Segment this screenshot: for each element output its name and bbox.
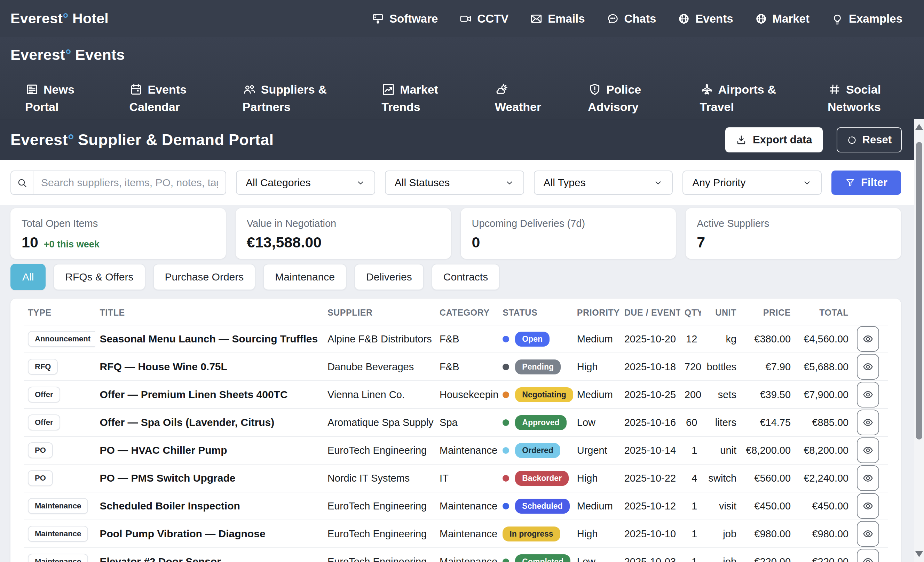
row-category: Housekeeping: [435, 381, 498, 409]
eye-icon: [862, 389, 874, 400]
nav-item-emails[interactable]: Emails: [530, 12, 585, 25]
status-badge: Negotiating: [515, 387, 573, 402]
events-nav-item-market-trends[interactable]: Market Trends: [381, 81, 447, 115]
nav-item-cctv[interactable]: CCTV: [459, 12, 508, 25]
table-row: Announcement Seasonal Menu Launch — Sour…: [24, 325, 888, 353]
people-icon: [243, 82, 256, 96]
row-title: PO — HVAC Chiller Pump: [99, 444, 227, 456]
view-row-button[interactable]: [857, 382, 879, 408]
row-title: Pool Pump Vibration — Diagnose: [99, 528, 265, 540]
row-unit: job: [701, 548, 741, 562]
view-row-button[interactable]: [857, 409, 879, 435]
row-total: €2,240.00: [795, 464, 853, 492]
tab-maintenance[interactable]: Maintenance: [263, 264, 346, 290]
table-row: Maintenance Elevator #2 Door Sensor Euro…: [24, 548, 888, 562]
row-qty: 60: [680, 409, 701, 436]
reset-label: Reset: [862, 133, 892, 146]
status-select[interactable]: All Statuses: [385, 171, 524, 195]
tab-rfqs-offers[interactable]: RFQs & Offers: [53, 264, 145, 290]
column-header-supplier: SUPPLIER: [323, 298, 435, 325]
row-title: Scheduled Boiler Inspection: [99, 500, 240, 511]
events-nav-item-police-advisory[interactable]: Police Advisory: [588, 81, 652, 115]
stat-value: €13,588.00: [247, 234, 322, 251]
events-header: Everest°Events News PortalEvents Calenda…: [0, 37, 924, 119]
row-supplier: Nordic IT Systems: [323, 464, 435, 492]
status-dot: [502, 419, 509, 426]
tab-purchase-orders[interactable]: Purchase Orders: [153, 264, 256, 290]
row-unit: bottles: [701, 353, 741, 381]
column-header-qty: QTY: [680, 298, 701, 325]
view-row-button[interactable]: [857, 521, 879, 547]
search-input[interactable]: [33, 171, 225, 194]
events-nav-item-events-calendar[interactable]: Events Calendar: [129, 81, 195, 115]
chevron-down-icon: [356, 178, 365, 187]
stats-cards: Total Open Items 10+0 this weekValue in …: [0, 205, 924, 259]
reset-button[interactable]: Reset: [837, 127, 902, 153]
nav-item-label: Events: [695, 12, 733, 25]
table-row: Offer Offer — Spa Oils (Lavender, Citrus…: [24, 409, 888, 436]
row-priority: Medium: [573, 325, 620, 353]
nav-item-software[interactable]: Software: [372, 12, 438, 25]
degree-mark: °: [63, 10, 69, 27]
priority-select[interactable]: Any Priority: [682, 171, 822, 195]
events-nav-item-news-portal[interactable]: News Portal: [25, 81, 81, 115]
scroll-thumb[interactable]: [916, 142, 922, 439]
type-badge: Announcement: [28, 331, 95, 347]
type-select[interactable]: All Types: [534, 171, 673, 195]
row-price: €560.00: [741, 464, 795, 492]
table-header-row: TYPETITLESUPPLIERCATEGORYSTATUSPRIORITYD…: [24, 298, 888, 325]
events-nav-item-airports-travel[interactable]: Airports & Travel: [700, 81, 780, 115]
scrollbar[interactable]: [914, 119, 924, 562]
tab-deliveries[interactable]: Deliveries: [354, 264, 424, 290]
category-select[interactable]: All Categories: [236, 171, 375, 195]
export-data-button[interactable]: Export data: [725, 127, 823, 153]
tab-contracts[interactable]: Contracts: [432, 264, 500, 290]
row-total: €7,900.00: [795, 381, 853, 409]
row-due: 2025-10-25: [620, 381, 680, 409]
view-row-button[interactable]: [857, 354, 879, 380]
stat-label: Total Open Items: [22, 218, 215, 229]
nav-item-examples[interactable]: Examples: [831, 12, 902, 25]
filter-label: Filter: [861, 177, 888, 189]
emails-icon: [530, 12, 543, 25]
events-nav-item-suppliers-partners[interactable]: Suppliers & Partners: [243, 81, 334, 115]
row-priority: Low: [573, 409, 620, 436]
nav-item-label: Examples: [849, 12, 902, 25]
view-row-button[interactable]: [857, 326, 879, 352]
download-icon: [736, 134, 747, 145]
table-row: Maintenance Pool Pump Vibration — Diagno…: [24, 520, 888, 548]
type-badge: RFQ: [28, 359, 58, 375]
row-total: €450.00: [795, 492, 853, 520]
nav-item-chats[interactable]: Chats: [607, 12, 656, 25]
status-badge: Open: [515, 332, 549, 346]
row-category: Maintenance: [435, 548, 498, 562]
view-row-button[interactable]: [857, 493, 879, 519]
row-price: €7.90: [741, 353, 795, 381]
status-badge: Ordered: [515, 443, 560, 458]
column-header-category: CATEGORY: [435, 298, 498, 325]
nav-item-events[interactable]: Events: [678, 12, 733, 25]
scroll-up-arrow[interactable]: [915, 124, 923, 130]
view-row-button[interactable]: [857, 549, 879, 562]
row-unit: job: [701, 520, 741, 548]
row-unit: switch: [701, 464, 741, 492]
row-title: Offer — Premium Linen Sheets 400TC: [99, 389, 288, 400]
brand-name: Everest: [10, 46, 65, 63]
weather-icon: [495, 82, 509, 96]
filter-button[interactable]: Filter: [831, 171, 901, 195]
tab-all[interactable]: All: [10, 264, 46, 290]
funnel-icon: [845, 177, 855, 188]
row-due: 2025-10-20: [620, 325, 680, 353]
events-nav-item-social-networks[interactable]: Social Networks: [828, 81, 899, 115]
view-row-button[interactable]: [857, 438, 879, 463]
items-table-card: TYPETITLESUPPLIERCATEGORYSTATUSPRIORITYD…: [10, 298, 901, 562]
scroll-down-arrow[interactable]: [915, 551, 923, 557]
globe-icon: [755, 12, 767, 25]
row-supplier: EuroTech Engineering: [323, 436, 435, 464]
row-unit: sets: [701, 381, 741, 409]
events-nav-item-weather[interactable]: Weather: [495, 81, 540, 115]
nav-item-market[interactable]: Market: [755, 12, 810, 25]
portal-header: Everest°Supplier & Demand Portal Export …: [0, 119, 924, 160]
view-row-button[interactable]: [857, 465, 879, 491]
row-supplier: Alpine F&B Distributors: [323, 325, 435, 353]
